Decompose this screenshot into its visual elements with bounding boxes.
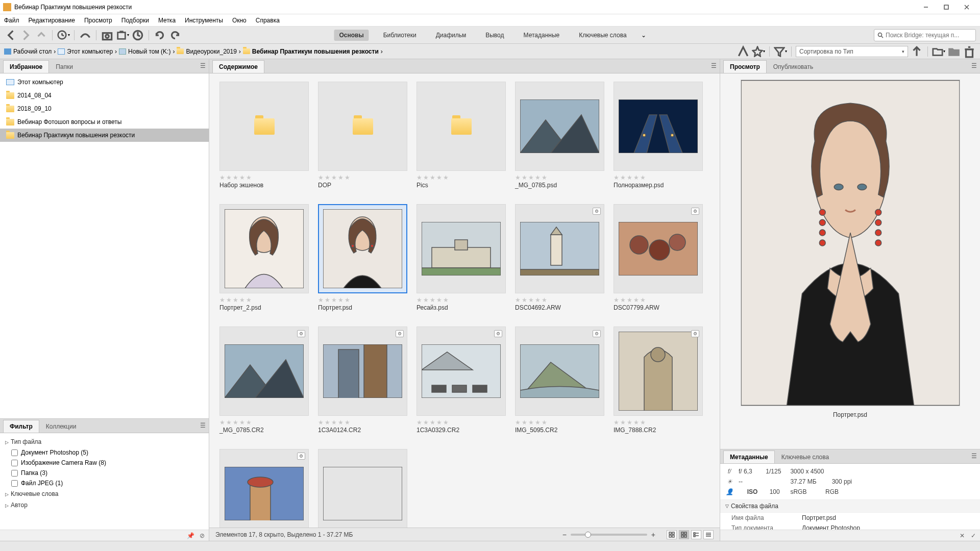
menu-Просмотр[interactable]: Просмотр (84, 17, 112, 24)
new-folder-button[interactable]: ▾ (932, 45, 945, 58)
cancel-meta-button[interactable]: ✕ (960, 532, 965, 539)
menu-Метка[interactable]: Метка (158, 17, 176, 24)
thumbnail[interactable]: ★★★★★Набор экшенов (219, 82, 309, 189)
search-box[interactable] (874, 29, 976, 41)
panel-menu-icon[interactable]: ☰ (971, 453, 977, 460)
thumbnail[interactable]: ⚙★★★★★ (219, 449, 309, 528)
workspace-tab[interactable]: Вывод (480, 30, 509, 41)
filter-section[interactable]: ▷Автор (5, 499, 204, 511)
view-thumbnail-button[interactable] (679, 530, 689, 539)
open-folder-button[interactable] (947, 45, 961, 58)
panel-menu-icon[interactable]: ☰ (200, 62, 206, 69)
rating[interactable]: ★★★★★ (515, 419, 604, 424)
thumbnail[interactable]: ★★★★★DOP (318, 82, 407, 189)
rating[interactable]: ★★★★★ (614, 174, 703, 180)
filter-section[interactable]: ▷Тип файла (5, 436, 204, 447)
tree-item[interactable]: Вебинар Фотошоп вопросы и ответы (0, 115, 209, 129)
workspace-tab[interactable]: Ключевые слова (574, 30, 631, 41)
tab-metadata[interactable]: Метаданные (723, 450, 775, 463)
zoom-in-button[interactable]: + (651, 531, 655, 539)
menu-Файл[interactable]: Файл (4, 17, 19, 24)
filter-section[interactable]: ▷Ключевые слова (5, 488, 204, 499)
open-in-button[interactable]: ▾ (116, 29, 129, 42)
filter-row[interactable]: Папка (3) (5, 468, 204, 478)
tab-content[interactable]: Содержимое (212, 60, 264, 73)
rating[interactable]: ★★★★★ (318, 296, 407, 302)
thumbnail[interactable]: ⚙★★★★★IMG_5095.CR2 (515, 327, 604, 434)
maximize-button[interactable] (936, 0, 957, 14)
workspace-tab[interactable]: Библиотеки (378, 30, 422, 41)
rating[interactable]: ★★★★★ (416, 419, 506, 424)
rating[interactable]: ★★★★★ (416, 174, 506, 180)
back-button[interactable] (4, 29, 17, 42)
thumbnail[interactable]: ★★★★★Ресайз.psd (416, 204, 506, 311)
workspace-tab[interactable]: Метаданные (519, 30, 565, 41)
star-filter-button[interactable]: ▾ (752, 45, 765, 58)
reveal-button[interactable] (737, 45, 750, 58)
rating[interactable]: ★★★★★ (515, 296, 604, 302)
filter-row[interactable]: Документ Photoshop (5) (5, 447, 204, 458)
trash-button[interactable] (963, 45, 976, 58)
rating[interactable]: ★★★★★ (318, 419, 407, 424)
tab-preview[interactable]: Просмотр (723, 60, 767, 73)
workspace-tab[interactable]: Диафильм (431, 30, 472, 41)
workspace-more-icon[interactable]: ⌄ (641, 32, 646, 39)
tab-collections[interactable]: Коллекции (39, 420, 83, 433)
rating[interactable]: ★★★★★ (515, 174, 604, 180)
tree-item[interactable]: 2018_09_10 (0, 102, 209, 115)
sort-dropdown[interactable]: Сортировка по Тип▾ (796, 46, 908, 57)
tree-item[interactable]: Этот компьютер (0, 76, 209, 89)
filter-checkbox[interactable] (11, 460, 18, 466)
view-list-button[interactable] (703, 530, 714, 539)
view-details-button[interactable] (691, 530, 701, 539)
rating[interactable]: ★★★★★ (416, 296, 506, 302)
filter-funnel-button[interactable]: ▾ (774, 45, 787, 58)
tree-item[interactable]: Вебинар Практикум повышения резкости (0, 129, 209, 142)
meta-section-header[interactable]: ▽Свойства файла (720, 500, 980, 513)
tab-folders[interactable]: Папки (49, 60, 80, 73)
tab-favorites[interactable]: Избранное (3, 60, 49, 73)
camera-import-button[interactable] (101, 29, 114, 42)
breadcrumb-item[interactable]: Этот компьютер (58, 48, 113, 55)
zoom-slider[interactable] (571, 534, 647, 536)
forward-button[interactable] (19, 29, 33, 42)
search-input[interactable] (886, 32, 972, 39)
clear-filter-icon[interactable]: ⊘ (200, 532, 205, 539)
filter-checkbox[interactable] (11, 470, 18, 477)
panel-menu-icon[interactable]: ☰ (200, 422, 206, 429)
filter-checkbox[interactable] (11, 480, 18, 487)
output-button[interactable] (131, 29, 144, 42)
tab-keywords[interactable]: Ключевые слова (775, 450, 836, 463)
thumbnail[interactable]: ★★★★★_MG_0785.psd (515, 82, 604, 189)
rating[interactable]: ★★★★★ (219, 419, 309, 424)
filter-row[interactable]: Файл JPEG (1) (5, 478, 204, 488)
breadcrumb-item[interactable]: Новый том (K:) (119, 48, 170, 55)
tree-item[interactable]: 2014_08_04 (0, 89, 209, 102)
thumbnail[interactable]: ⚙★★★★★IMG_7888.CR2 (614, 327, 703, 434)
rating[interactable]: ★★★★★ (219, 174, 309, 180)
breadcrumb-item[interactable]: Видеоуроки_2019 (177, 48, 236, 55)
up-button[interactable] (35, 29, 48, 42)
tab-filter[interactable]: Фильтр (3, 420, 39, 433)
rating[interactable]: ★★★★★ (614, 296, 703, 302)
thumbnail[interactable]: ★★★★★Полноразмер.psd (614, 82, 703, 189)
menu-Подборки[interactable]: Подборки (121, 17, 149, 24)
thumbnail[interactable]: ★★★★★ (318, 449, 407, 528)
breadcrumb-item[interactable]: Рабочий стол (4, 48, 52, 55)
menu-Справка[interactable]: Справка (256, 17, 280, 24)
menu-Редактирование[interactable]: Редактирование (29, 17, 75, 24)
menu-Окно[interactable]: Окно (232, 17, 247, 24)
rating[interactable]: ★★★★★ (318, 174, 407, 180)
content-body[interactable]: ★★★★★Набор экшенов★★★★★DOP★★★★★Pics★★★★★… (209, 73, 720, 528)
rating[interactable]: ★★★★★ (219, 296, 309, 302)
rating[interactable]: ★★★★★ (614, 419, 703, 424)
menu-Инструменты[interactable]: Инструменты (185, 17, 223, 24)
filter-row[interactable]: Изображение Camera Raw (8) (5, 458, 204, 468)
zoom-out-button[interactable]: − (562, 531, 567, 539)
thumbnail[interactable]: ⚙★★★★★DSC04692.ARW (515, 204, 604, 311)
tab-publish[interactable]: Опубликовать (767, 60, 820, 73)
thumbnail[interactable]: ⚙★★★★★1C3A0329.CR2 (416, 327, 506, 434)
panel-menu-icon[interactable]: ☰ (971, 62, 977, 69)
thumbnail[interactable]: ★★★★★Портрет.psd (318, 204, 407, 311)
breadcrumb-item[interactable]: Вебинар Практикум повышения резкости (243, 48, 379, 55)
